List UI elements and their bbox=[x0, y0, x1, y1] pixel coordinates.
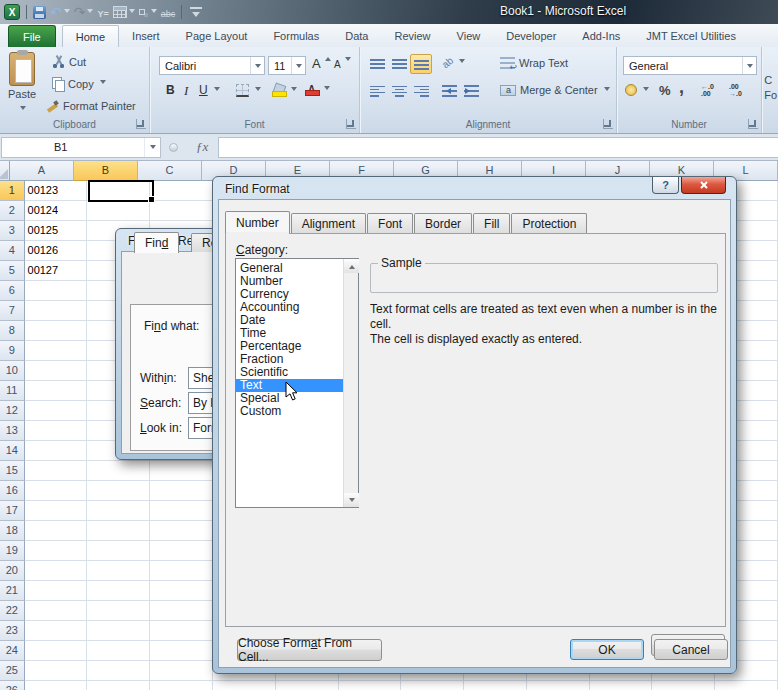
font-color-button[interactable] bbox=[305, 83, 330, 96]
cell-A7[interactable] bbox=[25, 301, 88, 321]
cell-B22[interactable] bbox=[87, 601, 150, 621]
cell-C16[interactable] bbox=[150, 481, 213, 501]
arrange-icon[interactable] bbox=[139, 3, 157, 21]
cell-A10[interactable] bbox=[25, 361, 88, 381]
cell-C24[interactable] bbox=[150, 641, 213, 661]
row-header-7[interactable]: 7 bbox=[0, 301, 25, 321]
bold-button[interactable] bbox=[166, 83, 175, 97]
strikethrough-icon[interactable] bbox=[161, 3, 176, 21]
cell-A22[interactable] bbox=[25, 601, 88, 621]
row-header-24[interactable]: 24 bbox=[0, 641, 25, 661]
cell-B2[interactable] bbox=[87, 201, 150, 221]
row-header-23[interactable]: 23 bbox=[0, 621, 25, 641]
customize-qat-icon[interactable] bbox=[188, 3, 202, 21]
ribbon-tab-view[interactable]: View bbox=[444, 25, 494, 47]
name-box[interactable]: B1 bbox=[1, 137, 161, 158]
font-dialog-launcher-icon[interactable] bbox=[346, 119, 356, 129]
scroll-up-icon[interactable] bbox=[344, 259, 359, 273]
cell-A21[interactable] bbox=[25, 581, 88, 601]
cell-B16[interactable] bbox=[87, 481, 150, 501]
cell-A15[interactable] bbox=[25, 461, 88, 481]
cell-C21[interactable] bbox=[150, 581, 213, 601]
alignment-dialog-launcher-icon[interactable] bbox=[603, 119, 613, 129]
cell-F26[interactable] bbox=[339, 681, 402, 690]
ribbon-tab-developer[interactable]: Developer bbox=[493, 25, 569, 47]
name-box-dropdown-icon[interactable] bbox=[144, 138, 160, 157]
cell-B18[interactable] bbox=[87, 521, 150, 541]
clipboard-dialog-launcher-icon[interactable] bbox=[136, 119, 146, 129]
align-center-button[interactable] bbox=[388, 81, 410, 101]
cell-A5[interactable]: 00127 bbox=[25, 261, 88, 281]
row-header-19[interactable]: 19 bbox=[0, 541, 25, 561]
cell-H26[interactable] bbox=[464, 681, 527, 690]
cell-B20[interactable] bbox=[87, 561, 150, 581]
category-item-custom[interactable]: Custom bbox=[236, 405, 343, 418]
insert-function-icon[interactable] bbox=[196, 139, 208, 155]
ribbon-tab-home[interactable]: Home bbox=[62, 25, 119, 47]
grow-font-button[interactable] bbox=[312, 56, 331, 71]
row-header-22[interactable]: 22 bbox=[0, 601, 25, 621]
row-header-8[interactable]: 8 bbox=[0, 321, 25, 341]
bottom-align-button[interactable] bbox=[410, 54, 432, 74]
increase-indent-button[interactable] bbox=[464, 85, 479, 97]
cell-I26[interactable] bbox=[527, 681, 590, 690]
cell-A9[interactable] bbox=[25, 341, 88, 361]
cell-C23[interactable] bbox=[150, 621, 213, 641]
cancel-button[interactable]: Cancel bbox=[654, 639, 728, 660]
increase-decimal-button[interactable]: ←.0.00 bbox=[701, 83, 714, 97]
cell-C1[interactable] bbox=[150, 181, 213, 201]
column-header-C[interactable]: C bbox=[138, 161, 202, 181]
cell-A4[interactable]: 00126 bbox=[25, 241, 88, 261]
find-format-tab-number[interactable]: Number bbox=[225, 211, 290, 233]
find-format-dialog-title[interactable]: Find Format bbox=[225, 182, 290, 196]
cell-A24[interactable] bbox=[25, 641, 88, 661]
cut-button[interactable]: Cut bbox=[52, 55, 86, 68]
row-header-3[interactable]: 3 bbox=[0, 221, 25, 241]
ok-button[interactable]: OK bbox=[570, 639, 644, 660]
cell-A2[interactable]: 00124 bbox=[25, 201, 88, 221]
cell-B21[interactable] bbox=[87, 581, 150, 601]
ribbon-tab-data[interactable]: Data bbox=[332, 25, 381, 47]
ribbon-tab-jmt-excel-utilities[interactable]: JMT Excel Utilities bbox=[633, 25, 749, 47]
row-header-11[interactable]: 11 bbox=[0, 381, 25, 401]
cell-C20[interactable] bbox=[150, 561, 213, 581]
row-header-5[interactable]: 5 bbox=[0, 261, 25, 281]
select-all-corner[interactable] bbox=[0, 161, 10, 181]
cell-B25[interactable] bbox=[87, 661, 150, 681]
cell-B15[interactable] bbox=[87, 461, 150, 481]
ribbon-tab-add-ins[interactable]: Add-Ins bbox=[569, 25, 633, 47]
row-header-16[interactable]: 16 bbox=[0, 481, 25, 501]
number-format-dropdown-icon[interactable] bbox=[742, 57, 756, 74]
row-header-6[interactable]: 6 bbox=[0, 281, 25, 301]
comma-style-button[interactable] bbox=[679, 77, 684, 98]
column-header-A[interactable]: A bbox=[10, 161, 74, 181]
row-header-18[interactable]: 18 bbox=[0, 521, 25, 541]
cell-A12[interactable] bbox=[25, 401, 88, 421]
find-format-tab-alignment[interactable]: Alignment bbox=[291, 213, 366, 233]
row-header-14[interactable]: 14 bbox=[0, 441, 25, 461]
row-header-2[interactable]: 2 bbox=[0, 201, 25, 221]
find-format-tab-protection[interactable]: Protection bbox=[511, 213, 587, 233]
row-header-13[interactable]: 13 bbox=[0, 421, 25, 441]
undo-icon[interactable] bbox=[50, 3, 70, 21]
number-dialog-launcher-icon[interactable] bbox=[748, 119, 758, 129]
cell-A1[interactable]: 00123 bbox=[25, 181, 88, 201]
row-header-15[interactable]: 15 bbox=[0, 461, 25, 481]
font-size-dropdown-icon[interactable] bbox=[291, 57, 305, 74]
row-header-17[interactable]: 17 bbox=[0, 501, 25, 521]
decrease-indent-button[interactable] bbox=[442, 85, 457, 97]
cell-C2[interactable] bbox=[150, 201, 213, 221]
cell-G26[interactable] bbox=[401, 681, 464, 690]
cell-C18[interactable] bbox=[150, 521, 213, 541]
font-size-combo[interactable]: 11 bbox=[268, 56, 306, 75]
close-icon[interactable] bbox=[681, 177, 726, 194]
excel-logo-icon[interactable]: X bbox=[4, 3, 20, 21]
row-header-21[interactable]: 21 bbox=[0, 581, 25, 601]
row-header-20[interactable]: 20 bbox=[0, 561, 25, 581]
find-format-tab-border[interactable]: Border bbox=[414, 213, 472, 233]
scroll-down-icon[interactable] bbox=[344, 493, 359, 507]
paste-button[interactable]: Paste bbox=[8, 52, 36, 114]
row-header-1[interactable]: 1 bbox=[0, 181, 25, 201]
cell-C26[interactable] bbox=[150, 681, 213, 690]
shrink-font-button[interactable] bbox=[334, 59, 351, 70]
